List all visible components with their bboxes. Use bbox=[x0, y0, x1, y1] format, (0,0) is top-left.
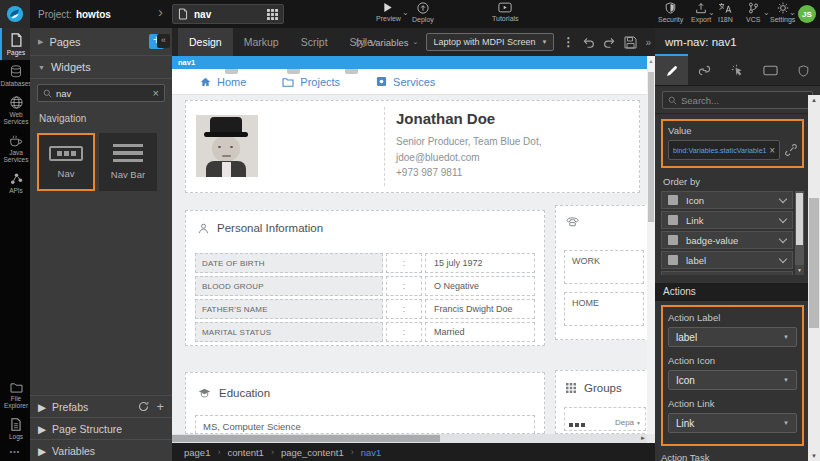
selected-widget-tag[interactable]: nav1 bbox=[172, 56, 647, 69]
save-icon[interactable] bbox=[624, 36, 637, 49]
bind-link-icon[interactable] bbox=[785, 144, 797, 156]
tab-security[interactable] bbox=[787, 56, 820, 85]
scroll-down-icon[interactable]: ▼ bbox=[808, 453, 820, 459]
widget-handle[interactable] bbox=[345, 69, 358, 74]
order-item-label[interactable]: label bbox=[661, 251, 793, 269]
more-options-icon[interactable]: ⋮ bbox=[562, 35, 574, 49]
rail-item-apis[interactable]: APIs bbox=[0, 167, 30, 198]
nav-item-services[interactable]: Services bbox=[376, 76, 435, 88]
checkbox[interactable] bbox=[668, 215, 678, 225]
widgets-section-header[interactable]: ▼ Widgets bbox=[30, 56, 172, 79]
scroll-up-icon[interactable]: ▲ bbox=[808, 97, 820, 103]
variables-section-header[interactable]: ▶ Variables bbox=[30, 439, 172, 461]
order-item-badge-value[interactable]: badge-value bbox=[661, 231, 793, 249]
undo-icon[interactable] bbox=[582, 37, 595, 48]
variables-button[interactable]: {x} Variables ⌄ bbox=[356, 37, 419, 48]
chevron-down-icon[interactable] bbox=[779, 234, 787, 242]
rail-item-databases[interactable]: Databases bbox=[0, 60, 30, 91]
tab-script[interactable]: Script bbox=[290, 28, 339, 56]
table-row[interactable]: MARITAL STATUS : Married bbox=[195, 322, 535, 342]
chevron-down-icon[interactable] bbox=[779, 214, 787, 222]
groups-card[interactable]: Groups Depa ▼ bbox=[555, 370, 647, 434]
property-search-input[interactable] bbox=[681, 95, 807, 106]
action-link-select[interactable]: Link ▼ bbox=[668, 413, 797, 433]
chevron-down-icon[interactable] bbox=[779, 254, 787, 262]
refresh-icon[interactable] bbox=[138, 401, 149, 412]
checkbox[interactable] bbox=[668, 255, 678, 265]
i18n-button[interactable]: I18N bbox=[718, 2, 733, 23]
pages-grid-icon[interactable] bbox=[267, 9, 278, 20]
breadcrumb-item-current[interactable]: nav1 bbox=[361, 447, 382, 458]
settings-dropdown-icon[interactable]: ⌄ bbox=[789, 8, 796, 17]
widget-handle[interactable] bbox=[287, 69, 300, 74]
redo-icon[interactable] bbox=[603, 37, 616, 48]
collapse-panel-button[interactable]: « bbox=[157, 34, 170, 48]
education-card[interactable]: Education MS, Computer Science bbox=[185, 372, 545, 434]
preview-button[interactable]: Preview bbox=[376, 2, 401, 22]
user-avatar[interactable]: JS bbox=[798, 5, 816, 23]
contact-home-box[interactable]: HOME bbox=[564, 292, 644, 326]
nav-item-home[interactable]: Home bbox=[200, 76, 246, 88]
breadcrumb-item[interactable]: page1 bbox=[184, 447, 210, 458]
prefabs-section-header[interactable]: ▶ Prefabs + bbox=[30, 395, 172, 417]
order-item-partial[interactable] bbox=[661, 271, 793, 275]
wavemaker-logo[interactable] bbox=[0, 0, 30, 28]
scrollbar-thumb[interactable] bbox=[809, 198, 819, 328]
checkbox[interactable] bbox=[668, 235, 678, 245]
action-label-select[interactable]: label ▼ bbox=[668, 327, 797, 347]
personal-info-card[interactable]: Personal Information DATE OF BIRTH : 15 … bbox=[185, 210, 545, 346]
actions-section-header[interactable]: Actions bbox=[655, 283, 808, 301]
rail-more-icon[interactable]: ••• bbox=[0, 444, 30, 461]
panel-scrollbar[interactable]: ▲ ▼ bbox=[808, 95, 820, 461]
value-binding-input[interactable] bbox=[673, 146, 767, 155]
clear-search-icon[interactable]: × bbox=[153, 87, 159, 99]
scroll-right-icon[interactable]: ► bbox=[640, 434, 646, 443]
scroll-down-icon[interactable]: ▼ bbox=[795, 265, 804, 275]
tab-device[interactable] bbox=[754, 56, 787, 85]
education-row[interactable]: MS, Computer Science bbox=[195, 415, 535, 434]
contact-card[interactable]: WORK HOME bbox=[555, 205, 647, 340]
table-row[interactable]: BLOOD GROUP : O Negative bbox=[195, 276, 535, 296]
page-selector[interactable]: nav bbox=[172, 4, 284, 24]
widget-tile-nav[interactable]: Nav bbox=[37, 133, 95, 191]
widget-search-input[interactable] bbox=[56, 88, 149, 99]
order-list-scrollbar[interactable]: ▼ bbox=[795, 191, 804, 275]
checkbox[interactable] bbox=[668, 195, 678, 205]
rail-item-file-explorer[interactable]: File Explorer bbox=[0, 377, 30, 413]
clear-binding-icon[interactable]: × bbox=[769, 145, 775, 156]
rail-item-web-services[interactable]: Web Services bbox=[0, 91, 30, 129]
scrollbar-thumb[interactable] bbox=[172, 435, 440, 442]
widget-tile-navbar[interactable]: Nav Bar bbox=[99, 133, 157, 191]
action-icon-select[interactable]: Icon ▼ bbox=[668, 370, 797, 390]
vcs-dropdown-icon[interactable]: ⌄ bbox=[763, 8, 770, 17]
add-prefab-button[interactable]: + bbox=[156, 399, 164, 414]
canvas-horizontal-scrollbar[interactable]: ► bbox=[172, 434, 647, 443]
nav-widget[interactable]: Home Projects Services bbox=[172, 69, 647, 95]
table-row[interactable]: FATHER'S NAME : Francis Dwight Doe bbox=[195, 299, 535, 319]
rail-item-logs[interactable]: Logs bbox=[0, 413, 30, 444]
value-binding-field[interactable]: × bbox=[668, 140, 780, 160]
tab-markup[interactable]: Markup bbox=[233, 28, 290, 56]
table-row[interactable]: DATE OF BIRTH : 15 july 1972 bbox=[195, 253, 535, 273]
scroll-up-icon[interactable]: ▲ bbox=[647, 58, 655, 64]
device-selector[interactable]: Laptop with MDPI Screen ▼ bbox=[426, 33, 554, 51]
preview-dropdown-icon[interactable]: ⌄ bbox=[402, 8, 409, 17]
widget-search[interactable]: × bbox=[37, 84, 165, 102]
widget-handle[interactable] bbox=[225, 69, 238, 74]
project-name[interactable]: Project: howtos bbox=[38, 0, 111, 28]
breadcrumb-item[interactable]: page_content1 bbox=[281, 447, 344, 458]
scrollbar-thumb[interactable] bbox=[796, 193, 803, 245]
tab-events[interactable] bbox=[721, 56, 754, 85]
profile-card[interactable]: Jonathan Doe Senior Producer, Team Blue … bbox=[185, 100, 640, 193]
nav-item-projects[interactable]: Projects bbox=[282, 76, 340, 88]
expand-right-icon[interactable]: » bbox=[645, 37, 651, 48]
deploy-button[interactable]: Deploy bbox=[412, 2, 434, 23]
tab-properties[interactable] bbox=[655, 56, 688, 85]
pages-section-header[interactable]: ▶ Pages + bbox=[30, 28, 172, 56]
export-dropdown-icon[interactable]: ⌄ bbox=[708, 8, 715, 17]
chevron-down-icon[interactable] bbox=[779, 194, 787, 202]
canvas-vertical-scrollbar[interactable]: ▲ bbox=[647, 56, 655, 434]
order-item-link[interactable]: Link bbox=[661, 211, 793, 229]
groups-row[interactable]: Depa ▼ bbox=[564, 407, 646, 431]
tutorials-button[interactable]: Tutorials bbox=[492, 2, 519, 22]
